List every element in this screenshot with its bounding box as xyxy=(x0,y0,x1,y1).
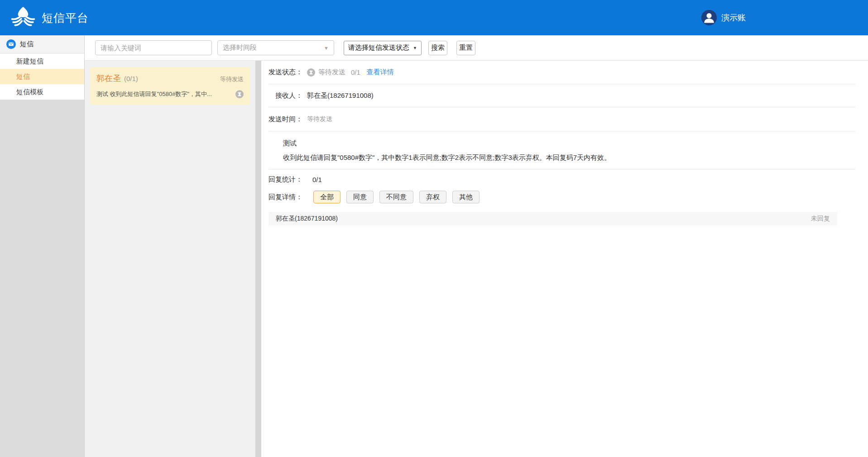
reply-stats-row: 回复统计： 0/1 xyxy=(269,170,855,188)
send-status-label: 发送状态： xyxy=(269,68,302,77)
message-card-count: (0/1) xyxy=(124,75,138,82)
message-card[interactable]: 郭在圣 (0/1) 等待发送 测试 收到此短信请回复"0580#数字"，其中..… xyxy=(90,67,250,105)
time-range-value: 选择时间段 xyxy=(223,43,257,52)
reply-row-status: 未回复 xyxy=(811,215,830,223)
sidebar: 短信 新建短信 短信 短信模板 xyxy=(0,35,85,457)
send-time-row: 发送时间： 等待发送 xyxy=(269,107,855,131)
filter-button-abstain[interactable]: 弃权 xyxy=(419,191,446,203)
filter-button-agree[interactable]: 同意 xyxy=(346,191,374,203)
sidebar-item-sms-template[interactable]: 短信模板 xyxy=(0,84,84,100)
message-content: 测试 收到此短信请回复"0580#数字"，其中数字1表示同意;数字2表示不同意;… xyxy=(269,131,855,169)
user-menu[interactable]: 演示账 xyxy=(701,10,746,25)
filter-button-other[interactable]: 其他 xyxy=(452,191,480,203)
list-scrollbar[interactable] xyxy=(255,61,261,457)
message-card-preview: 测试 收到此短信请回复"0580#数字"，其中... xyxy=(96,90,231,98)
time-range-select[interactable]: 选择时间段 ▼ xyxy=(217,40,334,55)
filter-bar: 选择时间段 ▼ 请选择短信发送状态 ▼ 搜索 重置 xyxy=(85,35,868,61)
message-card-name: 郭在圣 xyxy=(96,73,121,84)
keyword-input[interactable] xyxy=(95,40,212,55)
username[interactable]: 演示账 xyxy=(721,12,746,23)
filter-button-all[interactable]: 全部 xyxy=(313,191,340,203)
status-select-value: 请选择短信发送状态 xyxy=(348,43,409,52)
message-list-panel: 郭在圣 (0/1) 等待发送 测试 收到此短信请回复"0580#数字"，其中..… xyxy=(85,61,255,457)
sidebar-section-label: 短信 xyxy=(20,40,34,48)
hourglass-icon xyxy=(235,90,244,98)
select-arrow-icon: ▼ xyxy=(413,46,417,50)
reply-list-row: 郭在圣(18267191008) 未回复 xyxy=(269,212,837,226)
send-status-row: 发送状态： 等待发送 0/1 查看详情 xyxy=(269,61,855,84)
reply-filter-label: 回复详情： xyxy=(269,193,302,202)
reply-stats-label: 回复统计： xyxy=(269,175,302,184)
search-button[interactable]: 搜索 xyxy=(428,41,447,55)
user-icon xyxy=(701,10,717,25)
sidebar-item-sms[interactable]: 短信 xyxy=(0,69,84,84)
send-time-value: 等待发送 xyxy=(307,115,332,123)
send-time-label: 发送时间： xyxy=(269,115,302,124)
app-title: 短信平台 xyxy=(42,10,89,25)
chevron-down-icon: ▼ xyxy=(324,45,329,51)
detail-panel: 发送状态： 等待发送 0/1 查看详情 接收人： 郭在圣(18267191008… xyxy=(261,61,868,457)
filter-button-disagree[interactable]: 不同意 xyxy=(379,191,413,203)
app-header: 短信平台 演示账 xyxy=(0,0,868,35)
mail-icon xyxy=(6,39,16,49)
send-status-count: 0/1 xyxy=(351,68,360,76)
reset-button[interactable]: 重置 xyxy=(456,41,475,55)
recipient-value: 郭在圣(18267191008) xyxy=(307,91,374,100)
hourglass-icon xyxy=(307,68,315,77)
sidebar-item-new-sms[interactable]: 新建短信 xyxy=(0,53,84,69)
send-status-value: 等待发送 xyxy=(318,68,345,77)
recipient-row: 接收人： 郭在圣(18267191008) xyxy=(269,84,855,107)
sidebar-menu: 新建短信 短信 短信模板 xyxy=(0,53,84,100)
app-logo: 短信平台 xyxy=(11,5,89,30)
reply-stats-value: 0/1 xyxy=(312,176,322,183)
status-select[interactable]: 请选择短信发送状态 ▼ xyxy=(344,41,422,55)
reply-filter-row: 回复详情： 全部 同意 不同意 弃权 其他 xyxy=(269,188,855,206)
sidebar-section-sms[interactable]: 短信 xyxy=(0,35,84,53)
recipient-label: 接收人： xyxy=(269,91,302,100)
reply-row-name: 郭在圣(18267191008) xyxy=(276,215,338,223)
message-card-status: 等待发送 xyxy=(220,75,244,83)
message-content-body: 收到此短信请回复"0580#数字"，其中数字1表示同意;数字2表示不同意;数字3… xyxy=(283,154,855,162)
message-content-title: 测试 xyxy=(283,139,855,148)
avatar[interactable] xyxy=(701,10,717,25)
lotus-logo-icon xyxy=(11,5,35,30)
view-details-link[interactable]: 查看详情 xyxy=(367,68,394,77)
